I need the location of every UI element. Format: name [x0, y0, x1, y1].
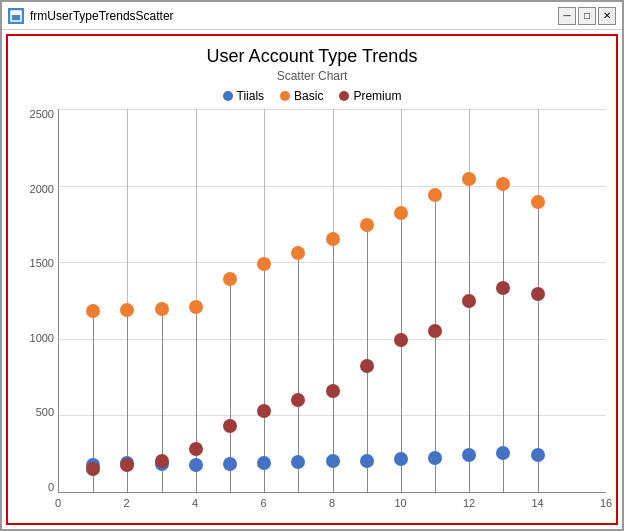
data-dot-basic [223, 272, 237, 286]
x-label-16: 16 [600, 493, 612, 513]
legend-dot-trials [223, 91, 233, 101]
window-icon [8, 8, 24, 24]
data-dot-premium [291, 393, 305, 407]
chart-area: 2500 2000 1500 1000 500 0 0246810121416 [18, 109, 606, 513]
x-label-4: 4 [192, 493, 198, 513]
y-label-1000: 1000 [30, 333, 54, 344]
maximize-button[interactable]: □ [578, 7, 596, 25]
title-bar: frmUserTypeTrendsScatter ─ □ ✕ [2, 2, 622, 30]
legend-basic: Basic [280, 89, 323, 103]
data-dot-trials [223, 457, 237, 471]
data-dot-premium [326, 384, 340, 398]
data-dot-basic [291, 246, 305, 260]
y-axis: 2500 2000 1500 1000 500 0 [18, 109, 58, 513]
y-label-500: 500 [36, 407, 54, 418]
x-label-12: 12 [463, 493, 475, 513]
data-dot-basic [257, 257, 271, 271]
x-label-0: 0 [55, 493, 61, 513]
window-title: frmUserTypeTrendsScatter [30, 9, 558, 23]
data-dot-trials [257, 456, 271, 470]
chart-legend: Tiials Basic Premium [18, 89, 606, 103]
data-dot-basic [120, 303, 134, 317]
data-dot-premium [360, 359, 374, 373]
data-dot-premium [496, 281, 510, 295]
x-label-14: 14 [531, 493, 543, 513]
chart-subtitle: Scatter Chart [18, 69, 606, 83]
minimize-button[interactable]: ─ [558, 7, 576, 25]
data-dot-premium [428, 324, 442, 338]
y-label-0: 0 [48, 482, 54, 493]
drop-line [469, 301, 470, 493]
y-label-2500: 2500 [30, 109, 54, 120]
drop-line [503, 288, 504, 492]
legend-dot-premium [339, 91, 349, 101]
x-label-8: 8 [329, 493, 335, 513]
chart-title: User Account Type Trends [18, 46, 606, 67]
data-dot-trials [360, 454, 374, 468]
drop-line [367, 366, 368, 492]
legend-trials: Tiials [223, 89, 265, 103]
drop-line [401, 340, 402, 492]
data-dot-trials [189, 458, 203, 472]
data-dot-premium [223, 419, 237, 433]
data-dot-basic [360, 218, 374, 232]
drop-line [538, 294, 539, 492]
data-dot-trials [428, 451, 442, 465]
data-dot-premium [394, 333, 408, 347]
legend-label-premium: Premium [353, 89, 401, 103]
svg-rect-1 [11, 11, 21, 15]
y-label-2000: 2000 [30, 184, 54, 195]
data-dot-premium [86, 462, 100, 476]
plot-area-wrapper: 0246810121416 [58, 109, 606, 513]
legend-label-basic: Basic [294, 89, 323, 103]
drop-line [435, 331, 436, 492]
data-dot-basic [531, 195, 545, 209]
plot-area [58, 109, 606, 493]
drop-line [264, 411, 265, 492]
data-dot-trials [496, 446, 510, 460]
legend-premium: Premium [339, 89, 401, 103]
data-dot-trials [531, 448, 545, 462]
data-dot-trials [291, 455, 305, 469]
data-dot-premium [189, 442, 203, 456]
data-dot-basic [155, 302, 169, 316]
chart-container: User Account Type Trends Scatter Chart T… [6, 34, 618, 525]
data-dot-basic [86, 304, 100, 318]
data-dot-premium [531, 287, 545, 301]
x-label-6: 6 [260, 493, 266, 513]
y-label-1500: 1500 [30, 258, 54, 269]
legend-label-trials: Tiials [237, 89, 265, 103]
data-dot-premium [257, 404, 271, 418]
data-dot-basic [326, 232, 340, 246]
data-dot-trials [326, 454, 340, 468]
data-dot-basic [462, 172, 476, 186]
x-label-2: 2 [123, 493, 129, 513]
data-dot-basic [428, 188, 442, 202]
data-dot-trials [394, 452, 408, 466]
data-dot-basic [189, 300, 203, 314]
x-axis: 0246810121416 [58, 493, 606, 513]
data-dot-premium [120, 458, 134, 472]
window-controls: ─ □ ✕ [558, 7, 616, 25]
data-dot-basic [496, 177, 510, 191]
data-dot-premium [462, 294, 476, 308]
data-dot-trials [462, 448, 476, 462]
legend-dot-basic [280, 91, 290, 101]
data-dot-basic [394, 206, 408, 220]
drop-line [298, 400, 299, 492]
close-button[interactable]: ✕ [598, 7, 616, 25]
drop-line [333, 391, 334, 492]
x-label-10: 10 [394, 493, 406, 513]
main-window: frmUserTypeTrendsScatter ─ □ ✕ User Acco… [0, 0, 624, 531]
data-dot-premium [155, 454, 169, 468]
